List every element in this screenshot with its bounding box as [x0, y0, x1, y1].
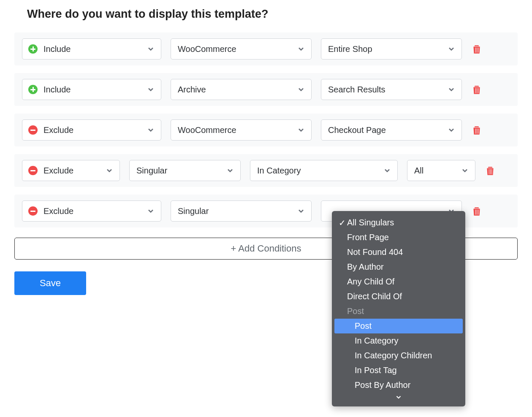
source-select-label: Singular: [136, 166, 167, 176]
source-select[interactable]: Singular: [129, 160, 241, 181]
dropdown-item[interactable]: Front Page: [334, 230, 463, 245]
chevron-down-icon: [297, 45, 305, 53]
chevron-down-icon: [147, 207, 155, 215]
mode-select[interactable]: Exclude: [22, 200, 161, 222]
mode-select[interactable]: Exclude: [22, 119, 161, 141]
source-select[interactable]: Archive: [171, 79, 312, 100]
mode-select-label: Include: [43, 44, 71, 54]
chevron-down-icon: [447, 126, 456, 134]
chevron-down-icon: [226, 166, 234, 175]
mode-select[interactable]: Exclude: [22, 160, 120, 181]
save-button[interactable]: Save: [14, 271, 86, 295]
condition-row: IncludeArchiveSearch Results: [14, 73, 518, 106]
delete-icon[interactable]: [471, 83, 482, 96]
chevron-down-icon: [297, 85, 305, 94]
chevron-down-icon: [147, 45, 155, 53]
chevron-down-icon: [297, 207, 305, 215]
mode-select-label: Exclude: [43, 166, 73, 176]
exclude-minus-icon: [28, 125, 38, 135]
chevron-down-icon: [461, 166, 469, 175]
mode-select-label: Exclude: [43, 125, 73, 135]
target-select-label: Checkout Page: [328, 125, 386, 135]
exclude-minus-icon: [28, 166, 38, 175]
condition-row: ExcludeWooCommerceCheckout Page: [14, 114, 518, 146]
include-plus-icon: [28, 85, 38, 94]
value-select[interactable]: All: [407, 160, 475, 181]
target-select[interactable]: Search Results: [321, 79, 462, 100]
dropdown-item[interactable]: Direct Child Of: [334, 289, 463, 303]
chevron-down-icon: [147, 85, 155, 94]
page-title: Where do you want to display this templa…: [14, 8, 518, 21]
delete-icon[interactable]: [485, 164, 496, 177]
target-select[interactable]: In Category: [250, 160, 398, 181]
chevron-down-icon: [383, 166, 391, 175]
chevron-down-icon: [297, 126, 305, 134]
delete-icon[interactable]: [471, 124, 482, 136]
source-select-label: WooCommerce: [178, 44, 236, 54]
source-select-label: Singular: [178, 206, 209, 216]
include-plus-icon: [28, 44, 38, 54]
source-select-label: Archive: [178, 85, 206, 95]
target-select[interactable]: Entire Shop: [321, 38, 462, 60]
mode-select-label: Exclude: [43, 206, 73, 216]
chevron-down-icon: [447, 85, 456, 94]
mode-select[interactable]: Include: [22, 79, 161, 100]
target-select[interactable]: Checkout Page: [321, 119, 462, 141]
target-select-label: Entire Shop: [328, 44, 372, 54]
source-select[interactable]: WooCommerce: [171, 38, 312, 60]
mode-select-label: Include: [43, 85, 71, 95]
dropdown-item[interactable]: Not Found 404: [334, 245, 463, 260]
conditions-list: IncludeWooCommerceEntire ShopIncludeArch…: [14, 32, 518, 227]
dropdown-item[interactable]: By Author: [334, 260, 463, 274]
dropdown-item[interactable]: Any Child Of: [334, 274, 463, 289]
source-select[interactable]: WooCommerce: [171, 119, 312, 141]
value-select-label: All: [414, 166, 423, 176]
source-select[interactable]: Singular: [171, 200, 312, 222]
source-select-label: WooCommerce: [178, 125, 236, 135]
condition-row: ExcludeSingularIn CategoryAll: [14, 154, 518, 187]
target-select-label: Search Results: [328, 85, 385, 95]
condition-dropdown[interactable]: All SingularsFront PageNot Found 404By A…: [332, 211, 465, 303]
condition-row: IncludeWooCommerceEntire Shop: [14, 32, 518, 65]
target-select-label: In Category: [257, 166, 301, 176]
chevron-down-icon: [105, 166, 114, 175]
exclude-minus-icon: [28, 206, 38, 216]
mode-select[interactable]: Include: [22, 38, 161, 60]
chevron-down-icon: [447, 45, 456, 53]
chevron-down-icon: [147, 126, 155, 134]
dropdown-item-selected[interactable]: All Singulars: [334, 215, 463, 230]
delete-icon[interactable]: [471, 205, 482, 217]
delete-icon[interactable]: [471, 43, 482, 55]
